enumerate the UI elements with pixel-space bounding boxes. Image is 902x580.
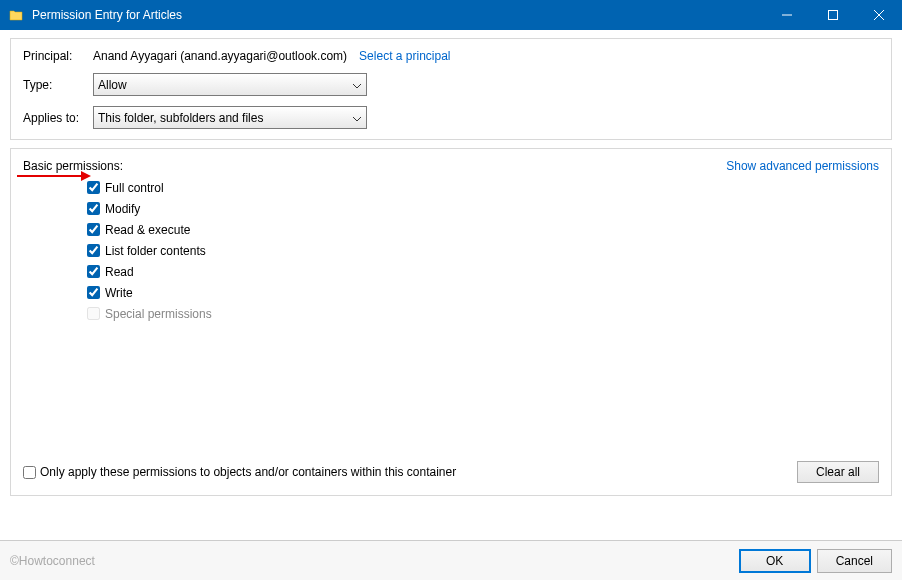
watermark: ©Howtoconnect	[10, 554, 95, 568]
permission-label: Special permissions	[105, 307, 212, 321]
special-checkbox	[87, 307, 100, 320]
permission-item-special: Special permissions	[87, 305, 879, 322]
principal-value: Anand Ayyagari (anand.ayyagari@outlook.c…	[93, 49, 347, 63]
permission-label: Read	[105, 265, 134, 279]
folder-icon	[8, 7, 24, 23]
only-apply-checkbox[interactable]	[23, 466, 36, 479]
type-label: Type:	[23, 78, 93, 92]
maximize-button[interactable]	[810, 0, 856, 30]
applies-label: Applies to:	[23, 111, 93, 125]
window-controls	[764, 0, 902, 30]
permissions-panel: Basic permissions: Show advanced permiss…	[10, 148, 892, 496]
read-execute-checkbox[interactable]	[87, 223, 100, 236]
content-area: Principal: Anand Ayyagari (anand.ayyagar…	[0, 30, 902, 512]
only-apply-label: Only apply these permissions to objects …	[40, 465, 456, 479]
permission-item-write: Write	[87, 284, 879, 301]
bottom-controls: Only apply these permissions to objects …	[23, 461, 879, 483]
applies-select[interactable]: This folder, subfolders and files	[93, 106, 367, 129]
list-folder-checkbox[interactable]	[87, 244, 100, 257]
type-row: Type: Allow	[23, 73, 879, 96]
permission-item-modify: Modify	[87, 200, 879, 217]
full-control-checkbox[interactable]	[87, 181, 100, 194]
applies-row: Applies to: This folder, subfolders and …	[23, 106, 879, 129]
window-title: Permission Entry for Articles	[32, 8, 764, 22]
permission-label: Modify	[105, 202, 140, 216]
permission-item-full-control: Full control	[87, 179, 879, 196]
type-select[interactable]: Allow	[93, 73, 367, 96]
red-arrow-annotation	[17, 170, 91, 182]
permission-item-list-folder: List folder contents	[87, 242, 879, 259]
modify-checkbox[interactable]	[87, 202, 100, 215]
permissions-list: Full control Modify Read & execute List …	[87, 179, 879, 322]
read-checkbox[interactable]	[87, 265, 100, 278]
permission-item-read: Read	[87, 263, 879, 280]
principal-label: Principal:	[23, 49, 93, 63]
permission-label: List folder contents	[105, 244, 206, 258]
svg-rect-1	[829, 11, 838, 20]
permission-label: Full control	[105, 181, 164, 195]
permission-label: Write	[105, 286, 133, 300]
ok-button[interactable]: OK	[739, 549, 811, 573]
principal-panel: Principal: Anand Ayyagari (anand.ayyagar…	[10, 38, 892, 140]
only-apply-row: Only apply these permissions to objects …	[23, 465, 456, 479]
cancel-button[interactable]: Cancel	[817, 549, 892, 573]
select-principal-link[interactable]: Select a principal	[359, 49, 450, 63]
footer-buttons: OK Cancel	[739, 549, 892, 573]
clear-all-button[interactable]: Clear all	[797, 461, 879, 483]
write-checkbox[interactable]	[87, 286, 100, 299]
minimize-button[interactable]	[764, 0, 810, 30]
footer: ©Howtoconnect OK Cancel	[0, 540, 902, 580]
svg-marker-5	[81, 171, 91, 181]
permission-label: Read & execute	[105, 223, 190, 237]
principal-row: Principal: Anand Ayyagari (anand.ayyagar…	[23, 49, 879, 63]
close-button[interactable]	[856, 0, 902, 30]
permission-item-read-execute: Read & execute	[87, 221, 879, 238]
titlebar: Permission Entry for Articles	[0, 0, 902, 30]
advanced-permissions-link[interactable]: Show advanced permissions	[726, 159, 879, 173]
